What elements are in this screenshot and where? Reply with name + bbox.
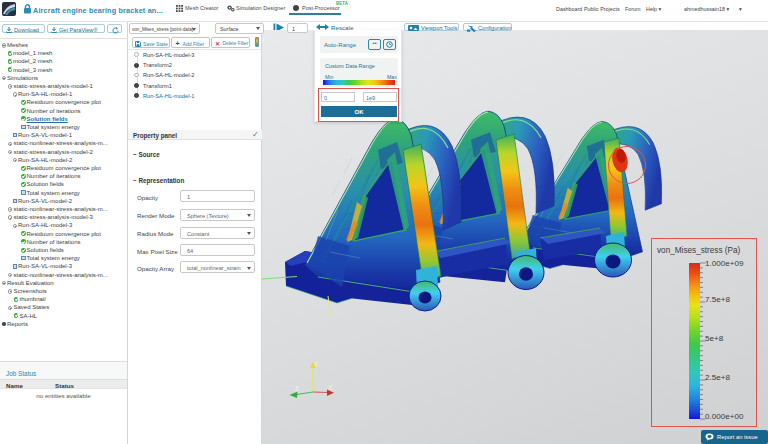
svg-text:Y: Y	[314, 361, 319, 368]
svg-text:Z: Z	[295, 385, 299, 392]
svg-text:X: X	[328, 384, 333, 391]
